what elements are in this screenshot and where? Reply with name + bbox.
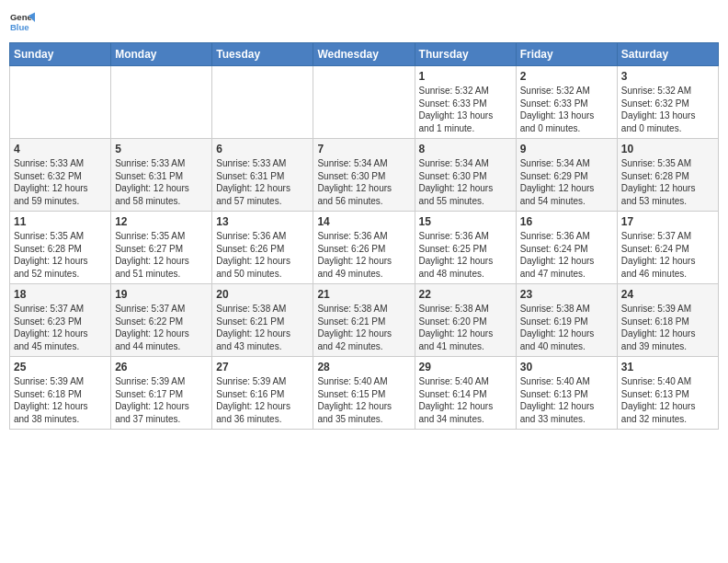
day-number: 17 bbox=[621, 215, 714, 228]
day-number: 26 bbox=[115, 361, 208, 373]
calendar-cell: 18Sunrise: 5:37 AM Sunset: 6:23 PM Dayli… bbox=[10, 284, 111, 357]
weekday-monday: Monday bbox=[111, 43, 212, 66]
calendar-cell: 17Sunrise: 5:37 AM Sunset: 6:24 PM Dayli… bbox=[617, 212, 718, 284]
day-number: 20 bbox=[216, 288, 309, 301]
day-number: 8 bbox=[419, 143, 512, 155]
day-number: 18 bbox=[14, 288, 107, 301]
calendar-week-5: 25Sunrise: 5:39 AM Sunset: 6:18 PM Dayli… bbox=[10, 357, 719, 430]
day-number: 7 bbox=[317, 143, 410, 155]
day-number: 19 bbox=[115, 288, 208, 301]
calendar-cell: 12Sunrise: 5:35 AM Sunset: 6:27 PM Dayli… bbox=[111, 212, 212, 284]
calendar-cell: 30Sunrise: 5:40 AM Sunset: 6:13 PM Dayli… bbox=[516, 357, 617, 430]
day-number: 22 bbox=[419, 288, 512, 301]
day-number: 30 bbox=[520, 361, 613, 373]
day-info: Sunrise: 5:34 AM Sunset: 6:30 PM Dayligh… bbox=[317, 157, 410, 207]
day-info: Sunrise: 5:40 AM Sunset: 6:13 PM Dayligh… bbox=[621, 375, 714, 425]
weekday-tuesday: Tuesday bbox=[212, 43, 313, 66]
calendar-cell: 13Sunrise: 5:36 AM Sunset: 6:26 PM Dayli… bbox=[212, 212, 313, 284]
day-number: 27 bbox=[216, 361, 309, 373]
calendar-body: 1Sunrise: 5:32 AM Sunset: 6:33 PM Daylig… bbox=[10, 66, 719, 430]
day-number: 13 bbox=[216, 215, 309, 228]
calendar-cell: 2Sunrise: 5:32 AM Sunset: 6:33 PM Daylig… bbox=[516, 66, 617, 139]
day-info: Sunrise: 5:36 AM Sunset: 6:25 PM Dayligh… bbox=[419, 230, 512, 280]
day-info: Sunrise: 5:33 AM Sunset: 6:31 PM Dayligh… bbox=[115, 157, 208, 207]
weekday-sunday: Sunday bbox=[10, 43, 111, 66]
day-info: Sunrise: 5:36 AM Sunset: 6:24 PM Dayligh… bbox=[520, 230, 613, 280]
calendar-cell: 15Sunrise: 5:36 AM Sunset: 6:25 PM Dayli… bbox=[415, 212, 516, 284]
calendar-cell bbox=[111, 66, 212, 139]
calendar-cell: 16Sunrise: 5:36 AM Sunset: 6:24 PM Dayli… bbox=[516, 212, 617, 284]
calendar-cell: 21Sunrise: 5:38 AM Sunset: 6:21 PM Dayli… bbox=[313, 284, 415, 357]
day-info: Sunrise: 5:35 AM Sunset: 6:28 PM Dayligh… bbox=[621, 157, 714, 207]
day-number: 11 bbox=[14, 215, 107, 228]
calendar-cell bbox=[212, 66, 313, 139]
calendar-cell: 3Sunrise: 5:32 AM Sunset: 6:32 PM Daylig… bbox=[617, 66, 718, 139]
day-number: 15 bbox=[419, 215, 512, 228]
day-info: Sunrise: 5:37 AM Sunset: 6:24 PM Dayligh… bbox=[621, 230, 714, 280]
day-number: 23 bbox=[520, 288, 613, 301]
calendar-cell: 19Sunrise: 5:37 AM Sunset: 6:22 PM Dayli… bbox=[111, 284, 212, 357]
calendar-cell: 1Sunrise: 5:32 AM Sunset: 6:33 PM Daylig… bbox=[415, 66, 516, 139]
day-number: 25 bbox=[14, 361, 107, 373]
day-number: 4 bbox=[14, 143, 107, 155]
day-number: 9 bbox=[520, 143, 613, 155]
day-info: Sunrise: 5:39 AM Sunset: 6:16 PM Dayligh… bbox=[216, 375, 309, 425]
calendar-cell: 5Sunrise: 5:33 AM Sunset: 6:31 PM Daylig… bbox=[111, 139, 212, 212]
calendar-week-3: 11Sunrise: 5:35 AM Sunset: 6:28 PM Dayli… bbox=[10, 212, 719, 284]
calendar-cell: 27Sunrise: 5:39 AM Sunset: 6:16 PM Dayli… bbox=[212, 357, 313, 430]
day-info: Sunrise: 5:32 AM Sunset: 6:33 PM Dayligh… bbox=[520, 85, 613, 134]
day-info: Sunrise: 5:35 AM Sunset: 6:27 PM Dayligh… bbox=[115, 230, 208, 280]
day-info: Sunrise: 5:37 AM Sunset: 6:22 PM Dayligh… bbox=[115, 303, 208, 352]
day-info: Sunrise: 5:38 AM Sunset: 6:21 PM Dayligh… bbox=[317, 303, 410, 352]
calendar-week-2: 4Sunrise: 5:33 AM Sunset: 6:32 PM Daylig… bbox=[10, 139, 719, 212]
day-info: Sunrise: 5:36 AM Sunset: 6:26 PM Dayligh… bbox=[216, 230, 309, 280]
day-number: 10 bbox=[621, 143, 714, 155]
calendar-cell: 7Sunrise: 5:34 AM Sunset: 6:30 PM Daylig… bbox=[313, 139, 415, 212]
day-number: 31 bbox=[621, 361, 714, 373]
calendar-cell: 11Sunrise: 5:35 AM Sunset: 6:28 PM Dayli… bbox=[10, 212, 111, 284]
day-info: Sunrise: 5:37 AM Sunset: 6:23 PM Dayligh… bbox=[14, 303, 107, 352]
logo-icon: General Blue bbox=[9, 9, 35, 35]
day-info: Sunrise: 5:34 AM Sunset: 6:30 PM Dayligh… bbox=[419, 157, 512, 207]
calendar-cell: 10Sunrise: 5:35 AM Sunset: 6:28 PM Dayli… bbox=[617, 139, 718, 212]
day-number: 14 bbox=[317, 215, 410, 228]
day-number: 24 bbox=[621, 288, 714, 301]
calendar-cell: 6Sunrise: 5:33 AM Sunset: 6:31 PM Daylig… bbox=[212, 139, 313, 212]
calendar-header-row: SundayMondayTuesdayWednesdayThursdayFrid… bbox=[10, 43, 719, 66]
day-number: 3 bbox=[621, 70, 714, 83]
weekday-saturday: Saturday bbox=[617, 43, 718, 66]
day-number: 29 bbox=[419, 361, 512, 373]
calendar-cell bbox=[10, 66, 111, 139]
day-info: Sunrise: 5:39 AM Sunset: 6:18 PM Dayligh… bbox=[14, 375, 107, 425]
day-info: Sunrise: 5:32 AM Sunset: 6:33 PM Dayligh… bbox=[419, 85, 512, 134]
calendar-cell: 31Sunrise: 5:40 AM Sunset: 6:13 PM Dayli… bbox=[617, 357, 718, 430]
calendar-cell: 29Sunrise: 5:40 AM Sunset: 6:14 PM Dayli… bbox=[415, 357, 516, 430]
day-number: 12 bbox=[115, 215, 208, 228]
day-info: Sunrise: 5:40 AM Sunset: 6:14 PM Dayligh… bbox=[419, 375, 512, 425]
day-info: Sunrise: 5:38 AM Sunset: 6:21 PM Dayligh… bbox=[216, 303, 309, 352]
day-number: 5 bbox=[115, 143, 208, 155]
day-info: Sunrise: 5:38 AM Sunset: 6:20 PM Dayligh… bbox=[419, 303, 512, 352]
day-info: Sunrise: 5:36 AM Sunset: 6:26 PM Dayligh… bbox=[317, 230, 410, 280]
day-number: 2 bbox=[520, 70, 613, 83]
calendar-cell: 23Sunrise: 5:38 AM Sunset: 6:19 PM Dayli… bbox=[516, 284, 617, 357]
calendar-cell: 20Sunrise: 5:38 AM Sunset: 6:21 PM Dayli… bbox=[212, 284, 313, 357]
day-number: 16 bbox=[520, 215, 613, 228]
day-info: Sunrise: 5:32 AM Sunset: 6:32 PM Dayligh… bbox=[621, 85, 714, 134]
weekday-wednesday: Wednesday bbox=[313, 43, 415, 66]
day-info: Sunrise: 5:33 AM Sunset: 6:31 PM Dayligh… bbox=[216, 157, 309, 207]
calendar-table: SundayMondayTuesdayWednesdayThursdayFrid… bbox=[9, 42, 719, 430]
calendar-cell bbox=[313, 66, 415, 139]
weekday-thursday: Thursday bbox=[415, 43, 516, 66]
svg-text:Blue: Blue bbox=[10, 22, 29, 32]
day-info: Sunrise: 5:39 AM Sunset: 6:17 PM Dayligh… bbox=[115, 375, 208, 425]
calendar-cell: 9Sunrise: 5:34 AM Sunset: 6:29 PM Daylig… bbox=[516, 139, 617, 212]
calendar-week-4: 18Sunrise: 5:37 AM Sunset: 6:23 PM Dayli… bbox=[10, 284, 719, 357]
day-number: 6 bbox=[216, 143, 309, 155]
day-info: Sunrise: 5:40 AM Sunset: 6:15 PM Dayligh… bbox=[317, 375, 410, 425]
calendar-cell: 14Sunrise: 5:36 AM Sunset: 6:26 PM Dayli… bbox=[313, 212, 415, 284]
day-info: Sunrise: 5:35 AM Sunset: 6:28 PM Dayligh… bbox=[14, 230, 107, 280]
calendar-cell: 24Sunrise: 5:39 AM Sunset: 6:18 PM Dayli… bbox=[617, 284, 718, 357]
day-number: 21 bbox=[317, 288, 410, 301]
day-info: Sunrise: 5:34 AM Sunset: 6:29 PM Dayligh… bbox=[520, 157, 613, 207]
